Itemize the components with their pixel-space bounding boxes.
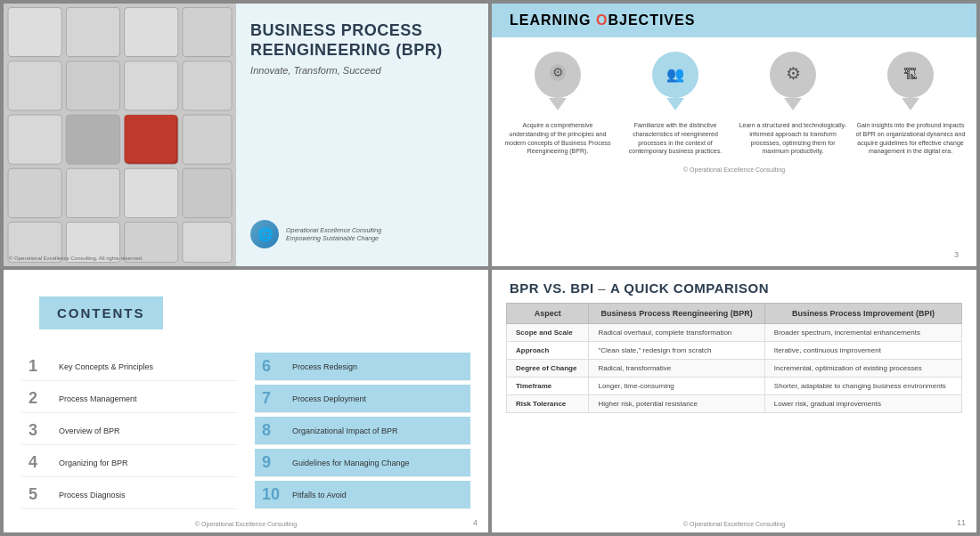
comparison-header: BPR vs. BPI – A QUICK COMPARISON [492, 270, 976, 303]
svg-rect-4 [183, 7, 232, 56]
svg-rect-6 [66, 61, 119, 110]
slide-4-comparison: BPR vs. BPI – A QUICK COMPARISON Aspect … [492, 270, 976, 532]
svg-rect-22 [125, 115, 176, 162]
row-timeframe-bpi: Shorter, adaptable to changing business … [764, 378, 961, 395]
content-item-9: 9 Guidelines for Managing Change [255, 449, 470, 477]
svg-rect-14 [66, 168, 119, 217]
content-item-6: 6 Process Redesign [255, 353, 470, 381]
row-risk-aspect: Risk Tolerance [507, 395, 589, 413]
row-scope-aspect: Scope and Scale [507, 324, 589, 342]
svg-rect-13 [8, 168, 61, 217]
row-approach-bpr: "Clean slate," redesign from scratch [589, 342, 764, 360]
content-num-9: 9 [262, 453, 283, 472]
gear-brain-icon: ⚙ [545, 62, 570, 87]
puzzle-svg [4, 4, 236, 266]
slide2-footer: © Operational Excellence Consulting [492, 163, 976, 176]
content-label-9: Guidelines for Managing Change [292, 459, 410, 467]
objective-2-tail [666, 98, 684, 110]
logo-icon: 🌐 [250, 220, 279, 248]
slide-title-image: © Operational Excellence Consulting. All… [4, 4, 236, 266]
slide1-subtitle: Innovate, Transform, Succeed [250, 65, 474, 76]
slide2-header: LEARNING OBJECTIVES [492, 4, 976, 37]
puzzle-background [4, 4, 236, 266]
slide-2-objectives: LEARNING OBJECTIVES ⚙ Acquire a comprehe… [492, 4, 976, 266]
row-approach-bpi: Iterative, continuous improvement [764, 342, 961, 360]
settings-icon: ⚙ [780, 62, 805, 87]
contents-header: CONTENTS [39, 296, 163, 329]
content-label-5: Process Diagnosis [59, 491, 126, 499]
row-degree-bpr: Radical, transformative [589, 360, 764, 378]
objective-4: 🏗 Gain insights into the profound impact… [855, 52, 966, 156]
row-degree-aspect: Degree of Change [507, 360, 589, 378]
objective-4-pin: 🏗 [887, 52, 934, 98]
objective-3-text: Learn a structured and technologically-i… [738, 121, 848, 156]
row-scope-bpr: Radical overhaul, complete transformatio… [589, 324, 764, 342]
row-degree-bpi: Incremental, optimization of existing pr… [764, 360, 961, 378]
content-label-7: Process Deployment [292, 394, 366, 403]
svg-rect-12 [183, 115, 232, 164]
contents-title: CONTENTS [57, 305, 145, 321]
slide4-page-num: 11 [957, 518, 966, 527]
content-num-3: 3 [29, 421, 50, 440]
svg-rect-2 [66, 7, 119, 56]
row-approach-aspect: Approach [507, 342, 589, 360]
objective-3-icon-wrapper: ⚙ [766, 52, 820, 114]
slide1-copyright: © Operational Excellence Consulting. All… [9, 256, 143, 261]
slide-3-contents: CONTENTS 1 Key Concepts & Principles 6 P… [4, 270, 488, 532]
svg-rect-5 [8, 61, 61, 110]
contents-header-wrapper: CONTENTS [21, 282, 470, 344]
content-num-6: 6 [262, 357, 283, 376]
building-icon: 🏗 [898, 62, 923, 87]
content-item-8: 8 Organizational Impact of BPR [255, 417, 470, 445]
svg-text:⚙: ⚙ [552, 65, 564, 79]
svg-rect-9 [8, 115, 61, 164]
slide4-footer: © Operational Excellence Consulting [683, 521, 785, 527]
col-header-bpr: Business Process Reengineering (BPR) [589, 304, 764, 324]
svg-rect-1 [8, 7, 61, 56]
objective-1: ⚙ Acquire a comprehensive understanding … [502, 52, 613, 156]
content-num-5: 5 [29, 485, 50, 504]
objective-1-pin: ⚙ [535, 52, 581, 98]
content-label-10: Pitfalls to Avoid [292, 491, 347, 499]
slide3-footer: © Operational Excellence Consulting [195, 521, 297, 527]
content-num-1: 1 [29, 357, 50, 376]
slide1-text-area: BUSINESS PROCESS REENGINEERING (BPR) Inn… [236, 4, 488, 266]
objective-2-text: Familiarize with the distinctive charact… [620, 121, 731, 156]
table-row-degree: Degree of Change Radical, transformative… [507, 360, 962, 378]
objective-1-tail [549, 98, 567, 110]
svg-rect-15 [125, 168, 178, 217]
logo-text: Operational Excellence Consulting Empowe… [286, 226, 381, 242]
content-label-4: Organizing for BPR [59, 459, 128, 467]
svg-text:🏗: 🏗 [903, 66, 918, 82]
objective-4-text: Gain insights into the profound impacts … [855, 121, 966, 156]
svg-rect-20 [183, 222, 232, 262]
slide3-page-num: 4 [473, 518, 478, 527]
slide1-title: BUSINESS PROCESS REENGINEERING (BPR) [250, 21, 474, 60]
objective-1-text: Acquire a comprehensive understanding of… [502, 121, 613, 156]
row-timeframe-bpr: Longer, time-consuming [589, 378, 764, 395]
svg-rect-16 [183, 168, 232, 217]
objective-2: 👥 Familiarize with the distinctive chara… [620, 52, 731, 156]
content-num-7: 7 [262, 389, 283, 408]
svg-text:👥: 👥 [666, 65, 685, 84]
slide1-logo: 🌐 Operational Excellence Consulting Empo… [250, 220, 474, 248]
comparison-title: BPR vs. BPI – A QUICK COMPARISON [510, 280, 959, 296]
table-row-risk: Risk Tolerance Higher risk, potential re… [507, 395, 962, 413]
objectives-list: ⚙ Acquire a comprehensive understanding … [492, 37, 976, 163]
svg-rect-8 [183, 61, 232, 110]
objective-2-icon-wrapper: 👥 [649, 52, 702, 114]
slide-1-title: © Operational Excellence Consulting. All… [4, 4, 488, 266]
content-num-8: 8 [262, 421, 283, 440]
content-label-8: Organizational Impact of BPR [292, 426, 398, 435]
table-row-approach: Approach "Clean slate," redesign from sc… [507, 342, 962, 360]
svg-rect-7 [125, 61, 178, 110]
content-item-1: 1 Key Concepts & Principles [21, 353, 237, 381]
col-header-bpi: Business Process Improvement (BPI) [764, 304, 961, 324]
content-label-1: Key Concepts & Principles [59, 362, 153, 371]
objective-4-icon-wrapper: 🏗 [884, 52, 937, 114]
svg-text:⚙: ⚙ [786, 64, 801, 83]
table-row-timeframe: Timeframe Longer, time-consuming Shorter… [507, 378, 962, 395]
objective-1-icon-wrapper: ⚙ [531, 52, 584, 114]
content-num-2: 2 [29, 389, 50, 408]
content-item-4: 4 Organizing for BPR [21, 449, 237, 477]
